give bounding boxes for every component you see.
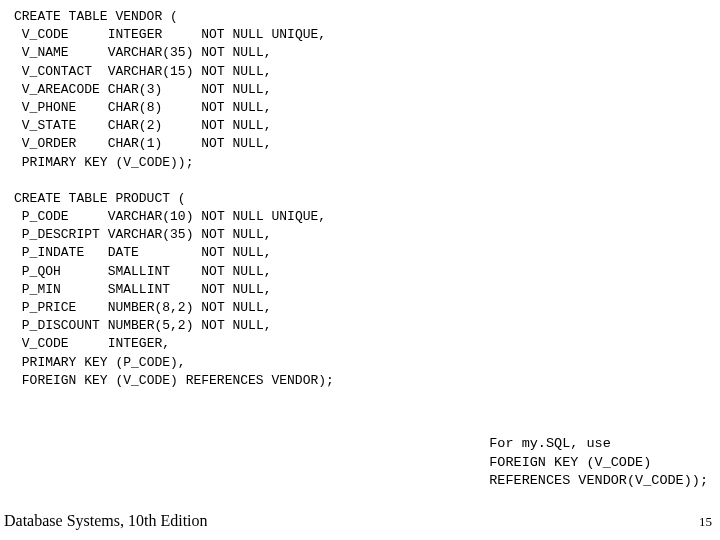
annotation-line: REFERENCES VENDOR(V_CODE)); bbox=[489, 473, 708, 488]
product-pk: PRIMARY KEY (P_CODE), bbox=[22, 355, 186, 370]
type: SMALLINT bbox=[108, 282, 170, 297]
type: INTEGER bbox=[108, 27, 163, 42]
cons: NOT NULL, bbox=[201, 227, 271, 242]
col: V_AREACODE bbox=[22, 82, 100, 97]
col: V_PHONE bbox=[22, 100, 77, 115]
type: SMALLINT bbox=[108, 264, 170, 279]
footer-text: Database Systems, 10th Edition bbox=[4, 512, 208, 530]
col: P_DISCOUNT bbox=[22, 318, 100, 333]
type: VARCHAR(35) bbox=[108, 227, 194, 242]
type: VARCHAR(10) bbox=[108, 209, 194, 224]
product-fk: FOREIGN KEY (V_CODE) REFERENCES VENDOR); bbox=[22, 373, 334, 388]
cons: NOT NULL, bbox=[201, 45, 271, 60]
type: CHAR(3) bbox=[108, 82, 163, 97]
col: P_PRICE bbox=[22, 300, 77, 315]
col: V_CODE bbox=[22, 336, 69, 351]
type: NUMBER(5,2) bbox=[108, 318, 194, 333]
cons: NOT NULL, bbox=[201, 64, 271, 79]
col: V_NAME bbox=[22, 45, 69, 60]
vendor-footer: PRIMARY KEY (V_CODE)); bbox=[22, 155, 194, 170]
type: VARCHAR(15) bbox=[108, 64, 194, 79]
col: V_CONTACT bbox=[22, 64, 92, 79]
col: P_CODE bbox=[22, 209, 69, 224]
annotation-line: For my.SQL, use bbox=[489, 436, 611, 451]
annotation-line: FOREIGN KEY (V_CODE) bbox=[489, 455, 651, 470]
type: CHAR(2) bbox=[108, 118, 163, 133]
cons: NOT NULL UNIQUE, bbox=[201, 209, 326, 224]
type: CHAR(8) bbox=[108, 100, 163, 115]
page-number: 15 bbox=[699, 514, 712, 530]
cons: NOT NULL, bbox=[201, 82, 271, 97]
cons: NOT NULL, bbox=[201, 282, 271, 297]
type: CHAR(1) bbox=[108, 136, 163, 151]
col: V_CODE bbox=[22, 27, 69, 42]
col: P_QOH bbox=[22, 264, 61, 279]
type: DATE bbox=[108, 245, 139, 260]
cons: NOT NULL, bbox=[201, 118, 271, 133]
cons: NOT NULL UNIQUE, bbox=[201, 27, 326, 42]
type: NUMBER(8,2) bbox=[108, 300, 194, 315]
sql-code-block: CREATE TABLE VENDOR ( V_CODE INTEGER NOT… bbox=[0, 0, 720, 390]
cons: NOT NULL, bbox=[201, 245, 271, 260]
col: P_MIN bbox=[22, 282, 61, 297]
col: V_STATE bbox=[22, 118, 77, 133]
cons: NOT NULL, bbox=[201, 264, 271, 279]
type: VARCHAR(35) bbox=[108, 45, 194, 60]
col: P_DESCRIPT bbox=[22, 227, 100, 242]
vendor-header: CREATE TABLE VENDOR ( bbox=[14, 9, 178, 24]
cons: NOT NULL, bbox=[201, 100, 271, 115]
col: V_ORDER bbox=[22, 136, 77, 151]
cons: NOT NULL, bbox=[201, 300, 271, 315]
cons: NOT NULL, bbox=[201, 318, 271, 333]
product-header: CREATE TABLE PRODUCT ( bbox=[14, 191, 186, 206]
col: P_INDATE bbox=[22, 245, 84, 260]
type: INTEGER, bbox=[108, 336, 170, 351]
mysql-annotation: For my.SQL, use FOREIGN KEY (V_CODE) REF… bbox=[489, 435, 708, 490]
cons: NOT NULL, bbox=[201, 136, 271, 151]
